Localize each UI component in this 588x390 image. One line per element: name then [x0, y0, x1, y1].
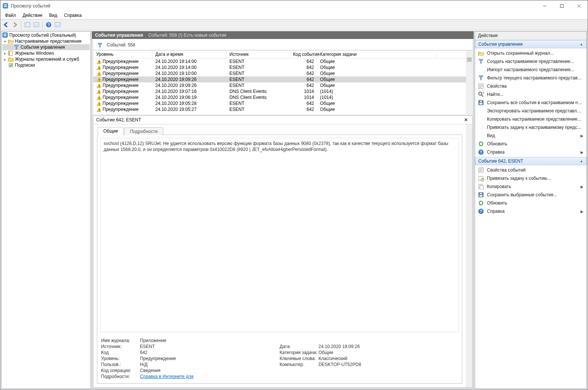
expand-icon[interactable]: ▸ [2, 51, 8, 55]
actions-group-1-title: События управления [478, 42, 523, 47]
toolbar-help-button[interactable] [45, 21, 53, 29]
action-label: Открыть сохраненный журнал... [487, 51, 584, 56]
action-item[interactable]: Привязать задачу к событию... [475, 174, 587, 182]
action-item[interactable]: Вид▶ [475, 131, 587, 140]
cell-code: 642 [290, 77, 317, 82]
toolbar-forward-button[interactable] [11, 21, 19, 29]
tree-admin-events[interactable]: События управления [2, 44, 90, 50]
cell-code: 642 [290, 65, 317, 70]
menu-view[interactable]: Вид [46, 12, 60, 19]
find-icon [478, 91, 484, 97]
action-item[interactable]: Свойства событий [475, 166, 587, 174]
tree-admin-events-label: События управления [21, 45, 65, 50]
meta-keywords-value: Классический [319, 356, 347, 361]
action-item[interactable]: Справка▶ [475, 148, 587, 156]
menu-action[interactable]: Действие [20, 12, 46, 19]
preview-tabs: Общие Подробности [93, 124, 466, 134]
action-item[interactable]: Копировать▶ [475, 182, 587, 191]
cell-code: 1014 [290, 95, 317, 100]
subscriptions-icon [8, 62, 14, 68]
actions-group-2-header[interactable]: Событие 642, ESENT▲ [475, 157, 587, 165]
toolbar-separator [21, 21, 21, 28]
chevron-right-icon: ▶ [581, 209, 584, 214]
table-row[interactable]: Предупреждение24.10.2020 19:10:00ESENT64… [93, 70, 466, 76]
tree-windows-logs[interactable]: ▸ Журналы Windows [2, 50, 90, 56]
toolbar-panes-2-button[interactable] [32, 21, 40, 29]
cell-code: 642 [290, 107, 317, 112]
table-row[interactable]: Предупреждение24.10.2020 19:05:27ESENT64… [93, 106, 466, 112]
action-label: Свойства [487, 84, 584, 89]
table-row[interactable]: Предупреждение24.10.2020 19:09:26ESENT64… [93, 76, 466, 82]
action-item[interactable]: Обновить [475, 140, 587, 148]
menubar: Файл Действие Вид Справка [0, 12, 588, 19]
action-item[interactable]: Привязать задачу к настраиваемому предст… [475, 123, 587, 131]
action-item[interactable]: Свойства [475, 82, 587, 90]
toolbar-back-button[interactable] [2, 21, 10, 29]
tab-general[interactable]: Общие [98, 127, 124, 135]
action-item[interactable]: Сохранить все события в настраиваемом пр… [475, 99, 587, 107]
meta-details-link[interactable]: Справка в Интернете для [140, 374, 194, 379]
col-task[interactable]: Категория задачи [317, 51, 437, 58]
cell-level: Предупреждение [103, 83, 138, 88]
table-row[interactable]: Предупреждение24.10.2020 19:14:00ESENT64… [93, 58, 466, 64]
action-item[interactable]: Сохранить выбранные события... [475, 191, 587, 199]
tab-details[interactable]: Подробности [124, 127, 163, 135]
toolbar-panes-1-button[interactable] [23, 21, 31, 29]
actions-group-1-header[interactable]: События управления▲ [475, 40, 587, 48]
cell-task: Общие [317, 71, 437, 76]
close-button[interactable] [570, 0, 588, 12]
action-item[interactable]: Импорт настраиваемого представления... [475, 66, 587, 74]
tree-subs[interactable]: Подписки [2, 62, 90, 68]
props-icon [478, 167, 484, 173]
minimize-button[interactable] [536, 0, 553, 12]
col-source[interactable]: Источник [226, 51, 290, 58]
warning-icon [96, 59, 101, 64]
table-row[interactable]: Предупреждение24.10.2020 19:09:26ESENT64… [93, 82, 466, 88]
action-item[interactable]: Справка▶ [475, 207, 587, 215]
meta-code-value: 642 [140, 350, 147, 355]
menu-file[interactable]: Файл [2, 12, 19, 19]
action-label: Найти... [487, 92, 584, 97]
action-item[interactable]: Найти... [475, 90, 587, 99]
col-datetime[interactable]: Дата и время [152, 51, 226, 58]
action-label: Справка [487, 149, 578, 155]
toolbar-panes-3-button[interactable] [54, 21, 62, 29]
action-item[interactable]: Открыть сохраненный журнал... [475, 49, 587, 57]
cell-datetime: 24.10.2020 19:10:00 [152, 71, 226, 76]
table-row[interactable]: Предупреждение24.10.2020 19:05:28ESENT64… [93, 100, 466, 106]
meta-keywords-label: Ключевые слова: [280, 356, 319, 361]
action-label: Сохранить все события в настраиваемом пр… [487, 100, 584, 105]
grid-scrollbar[interactable] [466, 51, 472, 114]
meta-level-label: Уровень: [101, 356, 140, 361]
action-label: Обновить [487, 200, 584, 206]
toolbar [0, 19, 588, 30]
action-label: Копировать [487, 184, 578, 189]
cell-source: ESENT [226, 77, 290, 82]
meta-opcode-value: Сведения [140, 368, 161, 373]
tree-app-logs[interactable]: ▸ Журналы приложений и служб [2, 56, 90, 62]
action-item[interactable]: Копировать настраиваемое представление..… [475, 115, 587, 123]
collapse-icon[interactable]: ▾ [2, 39, 8, 43]
action-label: Привязать задачу к событию... [487, 176, 584, 181]
maximize-button[interactable] [553, 0, 570, 12]
tree-root[interactable]: Просмотр событий (Локальный) [2, 32, 90, 38]
cell-level: Предупреждение [103, 95, 138, 100]
menu-help[interactable]: Справка [61, 12, 85, 19]
expand-icon[interactable]: ▸ [2, 57, 8, 61]
table-row[interactable]: Предупреждение24.10.2020 19:14:00ESENT64… [93, 64, 466, 70]
col-level[interactable]: Уровень [93, 51, 152, 58]
action-label: Вид [487, 133, 578, 138]
preview-scrollbar[interactable] [466, 124, 472, 387]
tree-custom-views[interactable]: ▾ Настраиваемые представления [2, 38, 90, 44]
action-item[interactable]: Обновить [475, 199, 587, 207]
col-code[interactable]: Код события [290, 51, 317, 58]
meta-task-label: Категория задачи: [280, 350, 319, 355]
blank-icon [478, 116, 484, 122]
action-item[interactable]: Экспортировать настраиваемое представлен… [475, 107, 587, 115]
meta-task-value: Общие [319, 350, 333, 355]
preview-close-button[interactable]: ✕ [463, 117, 469, 123]
table-row[interactable]: Предупреждение24.10.2020 19:07:16DNS Cli… [93, 88, 466, 94]
action-item[interactable]: Фильтр текущего настраиваемого представл… [475, 74, 587, 82]
table-row[interactable]: Предупреждение24.10.2020 19:06:19DNS Cli… [93, 94, 466, 100]
action-item[interactable]: Создать настраиваемое представление... [475, 57, 587, 66]
